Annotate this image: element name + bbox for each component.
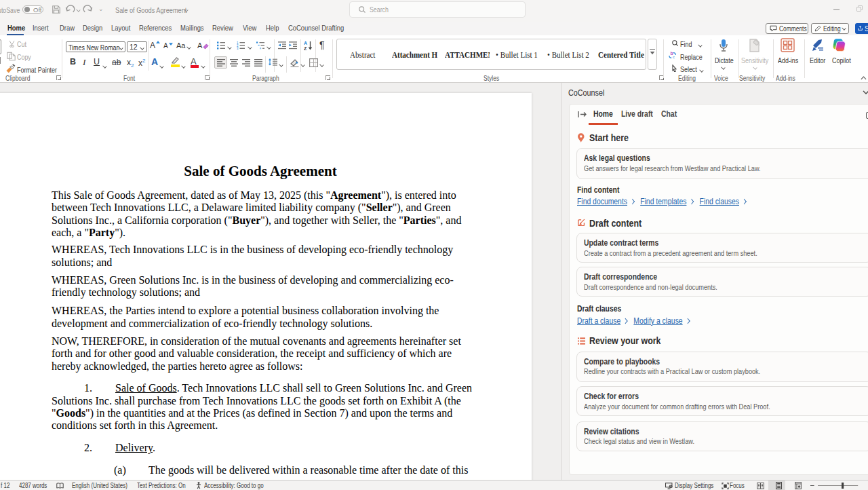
svg-text:c: c bbox=[673, 55, 675, 59]
svg-text:A: A bbox=[304, 41, 307, 45]
svg-text:3: 3 bbox=[237, 47, 239, 50]
svg-text:Z: Z bbox=[304, 46, 307, 51]
